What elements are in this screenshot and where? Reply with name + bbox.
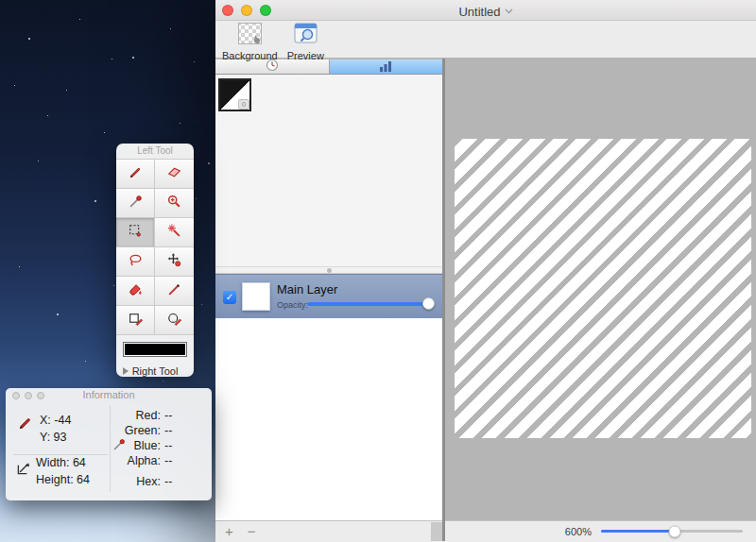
- star: [66, 90, 67, 91]
- canvas-area[interactable]: [445, 59, 756, 520]
- canvas-column: 600%: [445, 59, 756, 541]
- app-window: Untitled Background Preview: [215, 0, 756, 542]
- layer-visibility-checkbox[interactable]: ✓: [223, 291, 236, 304]
- layer-row[interactable]: ✓ Main Layer Opacity:: [215, 274, 442, 318]
- tool-palette: Left Tool Right Tool: [116, 144, 194, 377]
- add-layer-button[interactable]: +: [225, 523, 233, 540]
- window-title: Untitled: [215, 3, 756, 19]
- frames-panel: 0: [215, 75, 442, 266]
- preview-window-icon: [293, 22, 318, 49]
- red-value: Red:--: [115, 409, 202, 422]
- right-tool-label: Right Tool: [132, 365, 179, 377]
- tool-pencil[interactable]: [116, 160, 155, 189]
- star: [194, 61, 195, 62]
- star: [14, 85, 15, 86]
- tool-eyedropper[interactable]: [116, 189, 155, 218]
- zoom-slider-knob[interactable]: [669, 525, 681, 537]
- status-bar: 600%: [445, 520, 756, 541]
- remove-layer-button[interactable]: −: [248, 523, 256, 540]
- eraser-icon: [166, 164, 182, 184]
- toolbar-button-label: Preview: [287, 50, 324, 61]
- window-title-text: Untitled: [458, 5, 500, 19]
- background-checkerboard-icon: [237, 22, 263, 49]
- opacity-slider-knob[interactable]: [422, 297, 435, 310]
- star: [94, 200, 96, 202]
- tool-fill[interactable]: [116, 277, 155, 306]
- title-chevron-icon[interactable]: [505, 3, 513, 17]
- toolbar-background-button[interactable]: Background: [219, 21, 281, 61]
- magic-wand-icon: [166, 223, 182, 243]
- tab-layers[interactable]: [329, 59, 443, 74]
- star: [28, 38, 30, 40]
- screen: Untitled Background Preview: [0, 0, 756, 542]
- frame-index-badge: 0: [238, 99, 249, 110]
- information-titlebar[interactable]: Information: [6, 388, 212, 402]
- star: [113, 285, 114, 286]
- toolbar-preview-button[interactable]: Preview: [284, 21, 327, 61]
- fill-icon: [128, 281, 144, 301]
- tool-rectangular-select[interactable]: [116, 218, 155, 247]
- resize-dimensions-icon: [15, 460, 32, 481]
- move-icon: [166, 252, 182, 272]
- splitter-handle-icon: [327, 268, 332, 273]
- star: [112, 59, 112, 59]
- tab-history[interactable]: [215, 59, 329, 74]
- x-coordinate: X: -44: [40, 414, 71, 427]
- window-titlebar[interactable]: Untitled: [215, 0, 756, 21]
- right-tool-expand-icon: [123, 367, 129, 375]
- bar-chart-icon: [379, 59, 392, 76]
- minimize-button[interactable]: [25, 392, 32, 399]
- close-button[interactable]: [12, 392, 20, 399]
- panel-splitter[interactable]: [215, 266, 442, 274]
- tool-line[interactable]: [155, 277, 194, 306]
- pencil-icon: [128, 164, 144, 184]
- zoom-window-button[interactable]: [37, 392, 44, 399]
- rectangular-select-icon: [128, 223, 144, 243]
- layer-name: Main Layer: [277, 282, 337, 296]
- zoom-slider[interactable]: [601, 530, 743, 533]
- tool-zoom[interactable]: [155, 189, 194, 218]
- star: [170, 28, 171, 29]
- info-horizontal-divider: [13, 454, 108, 455]
- star: [57, 313, 59, 315]
- zoom-value-label: 600%: [565, 526, 592, 537]
- tool-magic-wand[interactable]: [155, 218, 194, 247]
- information-window-controls: [12, 392, 44, 399]
- blue-value: Blue:--: [115, 439, 202, 452]
- tool-lasso[interactable]: [116, 247, 155, 277]
- canvas-selection-stripes[interactable]: [455, 139, 751, 438]
- star: [85, 361, 86, 362]
- lasso-icon: [128, 252, 144, 272]
- star: [79, 19, 80, 20]
- y-coordinate: Y: 93: [40, 431, 67, 444]
- checkmark-icon: ✓: [226, 292, 233, 302]
- window-content: 0 ✓ Main Layer Opacity: +: [215, 59, 756, 541]
- rectangle-icon: [128, 311, 144, 330]
- star: [19, 266, 20, 267]
- right-tool-toggle[interactable]: Right Tool: [116, 364, 194, 377]
- frame-thumbnail[interactable]: 0: [218, 78, 251, 111]
- star: [180, 123, 180, 124]
- selection-width: Width: 64: [36, 456, 86, 469]
- tool-rectangle[interactable]: [116, 306, 155, 335]
- layer-thumbnail: [242, 282, 270, 311]
- tool-move[interactable]: [155, 247, 194, 277]
- sidebar-panel: 0 ✓ Main Layer Opacity: +: [215, 59, 442, 541]
- resize-grip[interactable]: [431, 522, 442, 541]
- color-swatch[interactable]: [123, 342, 187, 357]
- toolbar-button-label: Background: [222, 50, 278, 61]
- tool-eraser[interactable]: [155, 160, 194, 189]
- swatch-area: [116, 335, 194, 364]
- star: [104, 132, 105, 133]
- toolbar: Background Preview: [215, 21, 756, 59]
- star: [208, 162, 210, 164]
- tool-palette-title: Left Tool: [116, 144, 194, 159]
- layer-list-empty-area: [215, 318, 442, 520]
- tool-ellipse[interactable]: [155, 306, 194, 335]
- zoom-slider-fill: [601, 530, 675, 533]
- star: [163, 381, 163, 381]
- opacity-label: Opacity:: [277, 300, 308, 310]
- star: [132, 57, 134, 59]
- opacity-slider[interactable]: [307, 302, 433, 306]
- star: [196, 198, 197, 199]
